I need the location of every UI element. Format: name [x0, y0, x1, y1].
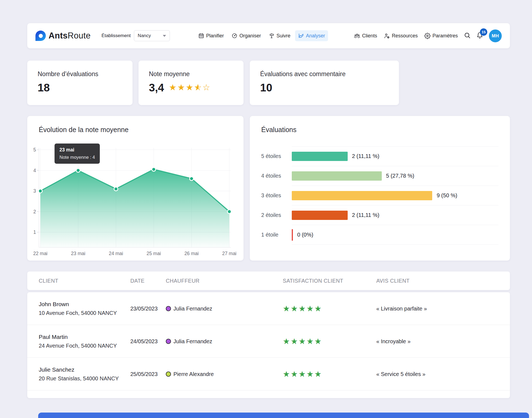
driver-name: Julia Fernandez — [173, 305, 212, 312]
client-address: 24 Avenue Foch, 54000 NANCY — [39, 343, 117, 349]
driver-cell: Julia Fernandez — [166, 305, 212, 312]
tooltip-title: 23 mai — [59, 147, 95, 153]
satisfaction-stars: ★★★★★ — [283, 304, 322, 312]
client-cell: John Brown10 Avenue Foch, 54000 NANCY — [39, 301, 117, 316]
table-row[interactable]: Julie Sanchez20 Rue Stanislas, 54000 NAN… — [27, 358, 510, 390]
nav-analyser[interactable]: Analyser — [295, 30, 328, 41]
nav-suivre[interactable]: Suivre — [266, 30, 293, 41]
review-text: « Service 5 étoiles » — [376, 371, 425, 377]
nav-ressources-label: Ressources — [392, 33, 418, 39]
zero-bar-tick — [292, 229, 293, 241]
bar-chart-row: 1 étoile0 (0%) — [261, 225, 498, 244]
client-address: 10 Avenue Foch, 54000 NANCY — [39, 310, 117, 316]
navbar-right-group: Clients Ressources — [353, 29, 502, 42]
data-point[interactable] — [227, 210, 231, 214]
bar-chart-card: Évaluations 5 étoiles2 (11,11 %)4 étoile… — [250, 116, 510, 261]
column-header-satisfaction: SATISFACTION CLIENT — [283, 278, 343, 284]
establishment-select[interactable]: Nancy — [134, 30, 170, 41]
nav-clients-label: Clients — [362, 33, 377, 39]
star-empty-icon: ☆ — [203, 83, 210, 92]
bar-track: 9 (50 %) — [292, 186, 498, 205]
x-axis-tick-label: 26 mai — [184, 251, 199, 256]
x-axis-tick-label: 24 mai — [109, 251, 123, 256]
bar[interactable] — [292, 171, 382, 181]
nav-ressources[interactable]: Ressources — [383, 31, 418, 41]
column-header-avis: AVIS CLIENT — [376, 278, 410, 284]
rating-stars: ★★★☆★☆ — [169, 83, 210, 92]
client-address: 20 Rue Stanislas, 54000 NANCY — [39, 375, 119, 382]
bar[interactable] — [292, 152, 348, 161]
bar-value-label: 9 (50 %) — [437, 192, 457, 199]
stat-title: Nombre d’évaluations — [38, 70, 122, 78]
bar-chart-row: 3 étoiles9 (50 %) — [261, 186, 498, 205]
search-button[interactable] — [464, 32, 471, 40]
data-point[interactable] — [76, 169, 80, 172]
driver-cell: Pierre Alexandre — [166, 371, 214, 377]
satisfaction-stars: ★★★★★ — [283, 337, 322, 345]
star-full-icon: ★ — [186, 83, 193, 92]
review-text: « Livraison parfaite » — [376, 305, 427, 312]
table-row[interactable]: John Brown10 Avenue Foch, 54000 NANCY23/… — [27, 292, 510, 325]
notification-badge: 15 — [480, 28, 487, 36]
data-point[interactable] — [152, 168, 156, 171]
stat-card-nombre-evaluations: Nombre d’évaluations 18 — [27, 61, 133, 105]
navbar-left-group: AntsRoute Établissement Nancy — [35, 30, 170, 41]
driver-color-dot — [166, 371, 171, 377]
y-axis-tick-label: 5 — [28, 147, 36, 153]
column-header-date: DATE — [130, 278, 145, 284]
client-name: Paul Martin — [39, 334, 117, 340]
x-axis-tick-label: 23 mai — [71, 251, 85, 256]
bar-category-label: 3 étoiles — [261, 186, 292, 205]
data-point[interactable] — [190, 177, 193, 181]
client-cell: Julie Sanchez20 Rue Stanislas, 54000 NAN… — [39, 366, 119, 382]
bar-category-label: 5 étoiles — [261, 146, 292, 166]
tooltip-text: Note moyenne : 4 — [59, 155, 95, 160]
bar-value-label: 2 (11,11 %) — [352, 212, 379, 218]
nav-organiser[interactable]: Organiser — [229, 30, 264, 41]
stat-title: Évaluations avec commentaire — [260, 70, 389, 78]
driver-color-dot — [166, 306, 171, 311]
data-point[interactable] — [114, 187, 118, 191]
y-axis-tick-label: 4 — [28, 168, 36, 174]
stat-card-evaluations-commentaire: Évaluations avec commentaire 10 — [250, 61, 399, 105]
x-axis-tick-label: 25 mai — [147, 251, 161, 256]
stat-value: 18 — [38, 82, 122, 94]
bar-track: 2 (11,11 %) — [292, 146, 498, 166]
resources-icon — [384, 33, 390, 39]
stat-value: 3,4 — [149, 82, 164, 94]
nav-clients[interactable]: Clients — [353, 31, 378, 41]
brand-logo[interactable]: AntsRoute — [35, 31, 91, 41]
footer-accent-bar — [38, 413, 529, 418]
nav-organiser-label: Organiser — [239, 33, 261, 39]
signpost-icon — [269, 33, 275, 39]
table-row[interactable]: Paul Martin24 Avenue Foch, 54000 NANCY24… — [27, 325, 510, 358]
bar-track: 5 (27,78 %) — [292, 166, 498, 186]
y-axis-tick-label: 2 — [28, 209, 36, 215]
bar-track: 2 (11,11 %) — [292, 205, 498, 225]
stat-title: Note moyenne — [149, 70, 233, 78]
star-half-icon: ☆★ — [194, 83, 202, 92]
y-axis-tick-label: 3 — [28, 188, 36, 194]
bar[interactable] — [292, 191, 432, 200]
stat-value: 10 — [260, 82, 389, 94]
notifications-button[interactable]: 15 — [476, 32, 483, 40]
data-point[interactable] — [38, 189, 42, 193]
brand-bold: Ants — [49, 31, 68, 40]
chevron-down-icon — [163, 35, 166, 37]
bar[interactable] — [292, 211, 348, 220]
gauge-icon — [232, 33, 238, 39]
nav-analyser-label: Analyser — [306, 33, 325, 39]
nav-planifier[interactable]: Planifier — [195, 30, 227, 41]
satisfaction-stars: ★★★★★ — [283, 370, 322, 378]
driver-name: Julia Fernandez — [173, 338, 212, 344]
bar-value-label: 0 (0%) — [297, 232, 313, 238]
nav-parametres-label: Paramètres — [432, 33, 458, 39]
bar-category-label: 4 étoiles — [261, 166, 292, 186]
table-header: CLIENT DATE CHAUFFEUR SATISFACTION CLIEN… — [27, 271, 510, 290]
brand-name: AntsRoute — [49, 31, 91, 41]
line-chart-title: Évolution de la note moyenne — [39, 126, 244, 134]
bar-chart: 5 étoiles2 (11,11 %)4 étoiles5 (27,78 %)… — [261, 146, 498, 245]
avatar[interactable]: MH — [489, 29, 502, 42]
nav-parametres[interactable]: Paramètres — [424, 31, 458, 41]
bar-chart-row: 4 étoiles5 (27,78 %) — [261, 166, 498, 186]
